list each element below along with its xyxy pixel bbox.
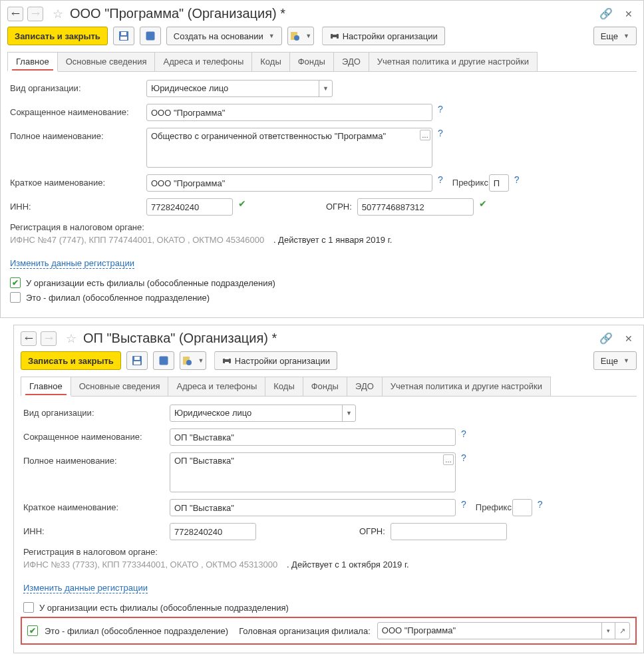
favorite-star-icon[interactable]: ☆ (66, 331, 77, 346)
prefix-input[interactable] (512, 499, 532, 516)
inn-label: ИНН: (10, 198, 146, 212)
svg-rect-10 (333, 32, 337, 35)
svg-rect-23 (225, 362, 229, 365)
ogrn-label: ОГРН: (359, 523, 385, 536)
close-icon[interactable]: ✕ (625, 9, 633, 19)
brief-name-input[interactable] (146, 174, 432, 192)
short-name-input[interactable] (170, 428, 456, 446)
is-branch-checkbox[interactable]: ✔ (27, 625, 38, 636)
help-icon[interactable]: ? (461, 428, 466, 439)
short-name-input[interactable] (146, 104, 432, 121)
full-name-textarea[interactable]: Общество с ограниченной ответственностью… (146, 128, 432, 168)
has-branches-label: У организации есть филиалы (обособленные… (26, 278, 275, 288)
is-branch-checkbox[interactable] (10, 292, 21, 303)
has-branches-checkbox[interactable] (23, 602, 34, 613)
list-button[interactable] (140, 27, 161, 45)
svg-rect-22 (225, 357, 229, 359)
svg-rect-2 (120, 37, 127, 40)
help-icon[interactable]: ? (438, 128, 443, 138)
has-branches-checkbox[interactable]: ✔ (10, 277, 21, 288)
window-organization-2: 🡐 🡒 ☆ ОП "Выставка" (Организация) * 🔗 ✕ … (13, 325, 644, 653)
nav-back-button[interactable]: 🡐 (21, 331, 37, 346)
tab-basic-info[interactable]: Основные сведения (71, 377, 169, 396)
org-type-select[interactable]: Юридическое лицо ▼ (146, 80, 333, 97)
tab-main[interactable]: Главное (21, 377, 71, 397)
tab-addresses[interactable]: Адреса и телефоны (154, 52, 252, 71)
full-name-textarea[interactable]: ОП "Выставка" … (170, 452, 456, 492)
nav-back-button[interactable]: 🡐 (7, 7, 23, 21)
org-settings-button[interactable]: Настройки организации (214, 351, 337, 370)
save-button[interactable] (126, 351, 148, 370)
tab-accounting-policy[interactable]: Учетная политика и другие настройки (369, 52, 538, 71)
link-icon[interactable]: 🔗 (599, 332, 613, 345)
open-icon[interactable]: ↗ (615, 623, 629, 639)
help-icon[interactable]: ? (438, 174, 443, 185)
inn-input[interactable] (170, 523, 256, 540)
chevron-down-icon[interactable]: ▾ (601, 623, 615, 639)
nav-forward-button[interactable]: 🡒 (27, 7, 43, 21)
help-icon[interactable]: ? (538, 499, 543, 510)
svg-point-20 (186, 360, 192, 365)
close-icon[interactable]: ✕ (625, 333, 633, 344)
is-branch-label: Это - филиал (обособленное подразделение… (45, 626, 228, 636)
edit-registration-link[interactable]: Изменить данные регистрации (23, 583, 148, 593)
org-type-label: Вид организации: (10, 80, 146, 93)
more-button[interactable]: Еще▼ (593, 351, 637, 370)
org-type-select[interactable]: Юридическое лицо ▼ (170, 405, 356, 422)
brief-name-label: Краткое наименование: (10, 174, 146, 188)
attachments-button[interactable]: ▼ (287, 27, 314, 45)
brief-name-input[interactable] (170, 499, 456, 516)
tab-bar: Главное Основные сведения Адреса и телеф… (7, 52, 637, 72)
is-branch-label: Это - филиал (обособленное подразделение… (26, 293, 210, 303)
edit-registration-link[interactable]: Изменить данные регистрации (10, 258, 134, 269)
link-icon[interactable]: 🔗 (599, 7, 613, 20)
short-name-label: Сокращенное наименование: (23, 428, 170, 442)
tab-edo[interactable]: ЭДО (347, 377, 383, 396)
help-icon[interactable]: ? (461, 499, 466, 510)
brief-name-label: Краткое наименование: (23, 499, 170, 512)
ogrn-input[interactable] (357, 198, 474, 216)
tab-codes[interactable]: Коды (265, 377, 303, 396)
svg-rect-11 (333, 37, 337, 40)
help-icon[interactable]: ? (461, 452, 466, 463)
ellipsis-button[interactable]: … (443, 454, 454, 465)
full-name-label: Полное наименование: (23, 452, 170, 466)
nav-forward-button[interactable]: 🡒 (41, 331, 57, 346)
tab-funds[interactable]: Фонды (289, 52, 334, 71)
tab-funds[interactable]: Фонды (303, 377, 347, 396)
registration-info: ИФНС №47 (7747), КПП 774744001, ОКАТО , … (10, 235, 264, 245)
org-type-label: Вид организации: (23, 405, 170, 418)
tab-bar: Главное Основные сведения Адреса и телеф… (21, 377, 637, 397)
registration-date: . Действует с 1 января 2019 г. (273, 235, 393, 245)
tab-main[interactable]: Главное (7, 52, 58, 72)
prefix-input[interactable] (489, 174, 509, 192)
tab-accounting-policy[interactable]: Учетная политика и другие настройки (382, 377, 551, 396)
help-icon[interactable]: ? (438, 104, 443, 114)
create-based-on-button[interactable]: Создать на основании▼ (166, 27, 282, 45)
ellipsis-button[interactable]: … (420, 130, 430, 140)
svg-rect-1 (121, 32, 126, 35)
tab-addresses[interactable]: Адреса и телефоны (168, 377, 265, 396)
prefix-label: Префикс: (476, 499, 612, 512)
short-name-label: Сокращенное наименование: (10, 104, 146, 117)
inn-input[interactable] (146, 198, 233, 216)
more-button[interactable]: Еще▼ (593, 27, 637, 45)
list-button[interactable] (153, 351, 174, 370)
tab-edo[interactable]: ЭДО (333, 52, 369, 71)
parent-org-select[interactable]: ООО "Программа" ▾ ↗ (377, 622, 630, 639)
ogrn-input[interactable] (391, 523, 507, 540)
chevron-down-icon[interactable]: ▼ (342, 405, 355, 421)
save-and-close-button[interactable]: Записать и закрыть (7, 27, 108, 45)
registration-heading: Регистрация в налоговом органе: (23, 547, 634, 557)
help-icon[interactable]: ? (514, 174, 520, 185)
chevron-down-icon[interactable]: ▼ (319, 81, 332, 96)
svg-point-8 (294, 35, 299, 41)
save-and-close-button[interactable]: Записать и закрыть (21, 351, 121, 370)
tab-basic-info[interactable]: Основные сведения (57, 52, 156, 71)
save-button[interactable] (113, 27, 134, 45)
org-settings-button[interactable]: Настройки организации (322, 27, 445, 45)
attachments-button[interactable]: ▼ (180, 351, 206, 370)
check-ok-icon: ✔ (238, 198, 246, 209)
tab-codes[interactable]: Коды (251, 52, 289, 71)
favorite-star-icon[interactable]: ☆ (53, 7, 63, 21)
